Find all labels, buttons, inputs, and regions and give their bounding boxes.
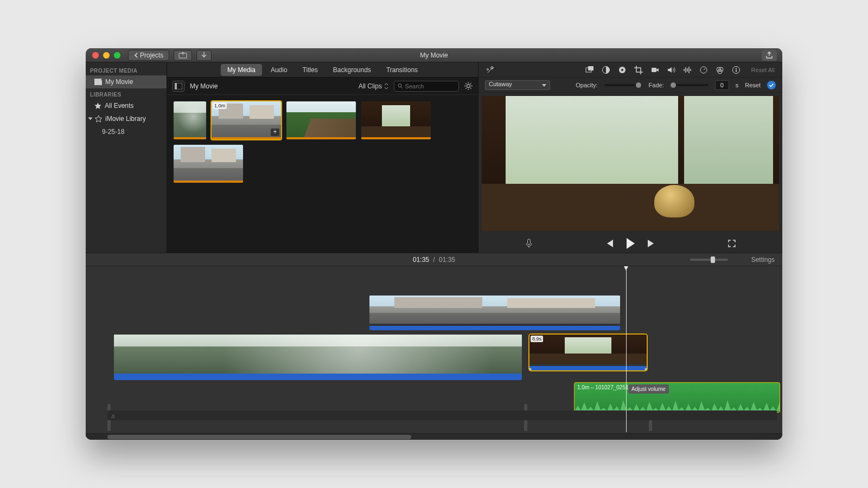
audio-track: 1.0m – 101027_0251 Adjust volume xyxy=(86,382,782,413)
add-to-timeline-button[interactable]: + xyxy=(271,129,279,136)
time-indicator-bar: 01:35 / 01:35 Settings xyxy=(86,253,782,266)
fade-slider[interactable] xyxy=(671,84,709,86)
clip-filter-dropdown[interactable]: All Clips xyxy=(359,82,388,90)
next-frame-button[interactable] xyxy=(647,240,656,247)
import-media-button[interactable] xyxy=(174,50,192,61)
clip-audio-waveform xyxy=(114,374,522,380)
audio-clip[interactable]: 1.0m – 101027_0251 xyxy=(574,382,780,413)
viewer-toolbar: Reset All xyxy=(478,62,782,78)
clip-duration-tag: 8.9s xyxy=(531,336,543,342)
enhance-wand-icon[interactable] xyxy=(486,66,495,74)
overlay-track xyxy=(86,296,782,330)
prev-frame-button[interactable] xyxy=(605,240,614,247)
opacity-slider[interactable] xyxy=(604,84,642,86)
overlay-apply-check[interactable] xyxy=(767,81,776,89)
background-music-well[interactable]: ♫ xyxy=(107,410,777,420)
clip-audio-waveform xyxy=(369,326,620,330)
stabilization-icon[interactable] xyxy=(650,66,659,74)
waveform-icon xyxy=(575,396,780,412)
reset-all-button[interactable]: Reset All xyxy=(751,67,775,73)
fade-unit: s xyxy=(736,82,739,88)
media-clip[interactable] xyxy=(174,145,243,183)
playhead[interactable] xyxy=(626,266,627,432)
color-balance-icon[interactable] xyxy=(602,66,610,74)
media-browser: My Media Audio Titles Backgrounds Transi… xyxy=(167,62,478,253)
clip-audio-waveform xyxy=(529,366,647,370)
project-media-item[interactable]: My Movie xyxy=(86,75,167,88)
timeline-zoom-slider[interactable] xyxy=(690,259,728,261)
overlay-reset-button[interactable]: Reset xyxy=(745,82,761,88)
toggle-sidebar-button[interactable] xyxy=(173,81,184,92)
noise-eq-icon[interactable] xyxy=(683,66,692,74)
tab-backgrounds[interactable]: Backgrounds xyxy=(327,64,378,76)
media-clip[interactable] xyxy=(174,101,206,139)
share-button[interactable] xyxy=(762,50,777,61)
back-label: Projects xyxy=(140,52,163,59)
overlay-mode-select[interactable]: Cutaway xyxy=(485,80,550,90)
timeline-settings-button[interactable]: Settings xyxy=(751,256,775,264)
tab-my-media[interactable]: My Media xyxy=(221,64,262,76)
search-icon xyxy=(398,83,403,89)
back-to-projects-button[interactable]: Projects xyxy=(128,50,169,61)
timeline[interactable]: 8.9s 1.0m – 101027_0251 Adjust volume xyxy=(86,266,782,440)
library-event-item[interactable]: 9-25-18 xyxy=(86,125,167,138)
overlay-controls-icon[interactable] xyxy=(585,66,594,74)
crop-icon[interactable] xyxy=(634,66,643,74)
app-window: Projects My Movie PROJECT MEDIA My Movie… xyxy=(86,48,782,440)
timeline-clip[interactable]: 8.9s xyxy=(529,335,647,370)
record-voiceover-button[interactable] xyxy=(525,239,533,248)
clip-grid: 1.0m+ xyxy=(167,95,478,253)
library-icon xyxy=(95,115,102,123)
project-media-header: PROJECT MEDIA xyxy=(86,65,167,75)
media-clip[interactable]: 1.0m+ xyxy=(212,101,281,139)
svg-rect-1 xyxy=(94,80,102,85)
media-clip[interactable] xyxy=(361,101,431,139)
close-window-button[interactable] xyxy=(92,52,99,59)
tab-transitions[interactable]: Transitions xyxy=(380,64,424,76)
media-clip[interactable] xyxy=(286,101,356,139)
tab-titles[interactable]: Titles xyxy=(296,64,324,76)
all-events-item[interactable]: All Events xyxy=(86,99,167,112)
fade-handle[interactable] xyxy=(644,368,647,370)
overlay-clip[interactable] xyxy=(369,296,620,330)
timeline-clip[interactable] xyxy=(114,335,522,380)
primary-video-track: 8.9s xyxy=(86,335,782,380)
tooltip: Adjust volume xyxy=(628,384,669,394)
svg-rect-3 xyxy=(175,83,177,89)
download-button[interactable] xyxy=(196,50,212,61)
svg-rect-7 xyxy=(588,66,593,70)
fade-handle[interactable] xyxy=(529,368,532,370)
upper-panels: PROJECT MEDIA My Movie LIBRARIES All Eve… xyxy=(86,62,782,253)
fade-value[interactable]: 0 xyxy=(715,80,729,90)
color-correction-icon[interactable] xyxy=(618,66,627,74)
play-button[interactable] xyxy=(626,238,635,249)
svg-point-17 xyxy=(736,68,737,69)
audio-clip-label: 1.0m – 101027_0251 xyxy=(575,383,780,392)
search-input[interactable] xyxy=(405,83,455,89)
titlebar: Projects My Movie xyxy=(86,48,782,62)
svg-point-4 xyxy=(398,84,401,87)
svg-point-10 xyxy=(621,69,623,71)
zoom-window-button[interactable] xyxy=(114,52,120,59)
browser-toolbar: My Movie All Clips xyxy=(167,78,478,95)
transport-controls xyxy=(478,234,782,253)
browser-tabs: My Media Audio Titles Backgrounds Transi… xyxy=(167,62,478,78)
search-field[interactable] xyxy=(394,81,459,92)
preview-viewport[interactable] xyxy=(482,96,779,231)
disclosure-triangle-icon xyxy=(88,118,93,120)
library-root-item[interactable]: iMovie Library xyxy=(86,112,167,125)
tab-audio[interactable]: Audio xyxy=(264,64,294,76)
library-sidebar: PROJECT MEDIA My Movie LIBRARIES All Eve… xyxy=(86,62,167,253)
svg-point-5 xyxy=(467,85,470,88)
time-readout: 01:35 / 01:35 xyxy=(86,256,782,264)
fullscreen-button[interactable] xyxy=(728,240,736,247)
info-icon[interactable] xyxy=(732,66,741,74)
browser-settings-button[interactable] xyxy=(464,82,473,90)
timeline-scrollbar[interactable] xyxy=(86,433,782,440)
speed-icon[interactable] xyxy=(699,66,708,74)
minimize-window-button[interactable] xyxy=(103,52,110,59)
volume-icon[interactable] xyxy=(667,66,675,74)
svg-rect-19 xyxy=(528,239,531,245)
filters-icon[interactable] xyxy=(716,66,724,74)
libraries-header: LIBRARIES xyxy=(86,88,167,99)
